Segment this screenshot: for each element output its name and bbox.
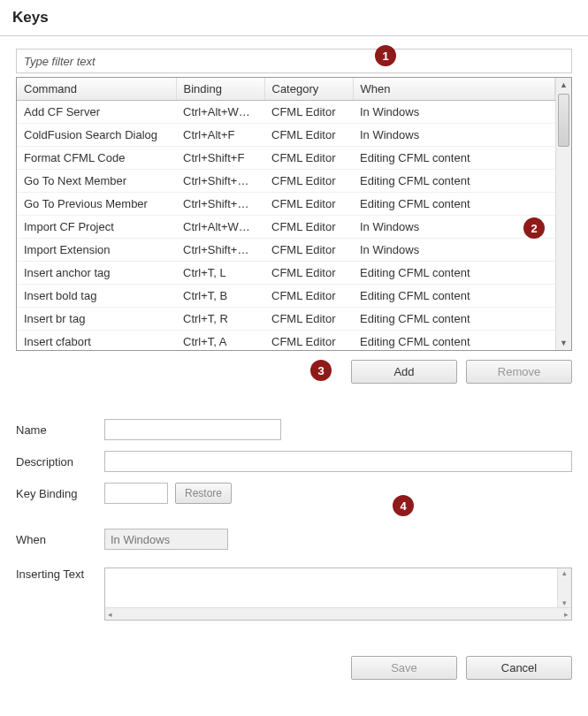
textarea-scroll-vertical[interactable]: ▴ ▾: [557, 568, 571, 607]
table-row[interactable]: ColdFusion Search DialogCtrl+Alt+FCFML E…: [17, 124, 555, 147]
col-binding[interactable]: Binding: [176, 78, 264, 101]
dialog-header: Keys: [0, 0, 588, 36]
table-row[interactable]: Format CFML CodeCtrl+Shift+FCFML EditorE…: [17, 147, 555, 170]
cell-command: Insert anchor tag: [17, 262, 176, 285]
cell-category: CFML Editor: [264, 262, 353, 285]
table-row[interactable]: Go To Previous MemberCtrl+Shift+…CFML Ed…: [17, 193, 555, 216]
keybinding-field[interactable]: [104, 483, 168, 504]
cell-when: In Windows: [353, 101, 555, 124]
restore-button[interactable]: Restore: [175, 483, 232, 504]
cell-command: Add CF Server: [17, 101, 176, 124]
table-row[interactable]: Import ExtensionCtrl+Shift+…CFML EditorI…: [17, 239, 555, 262]
cell-binding: Ctrl+T, R: [176, 308, 264, 331]
table-row[interactable]: Add CF ServerCtrl+Alt+W…CFML EditorIn Wi…: [17, 101, 555, 124]
when-label: When: [16, 533, 104, 546]
cell-binding: Ctrl+Shift+…: [176, 193, 264, 216]
callout-2: 2: [523, 217, 545, 239]
cell-command: Format CFML Code: [17, 147, 176, 170]
filter-input[interactable]: [16, 49, 572, 73]
keys-table: Command Binding Category When Add CF Ser…: [16, 77, 572, 351]
save-button[interactable]: Save: [351, 656, 457, 680]
cell-binding: Ctrl+Shift+F: [176, 147, 264, 170]
cell-binding: Ctrl+T, A: [176, 331, 264, 351]
cell-binding: Ctrl+T, L: [176, 262, 264, 285]
cell-command: ColdFusion Search Dialog: [17, 124, 176, 147]
cell-when: Editing CFML content: [353, 331, 555, 351]
callout-1: 1: [375, 45, 396, 66]
col-command[interactable]: Command: [17, 78, 176, 101]
cell-category: CFML Editor: [264, 331, 353, 351]
cell-command: Import CF Project: [17, 216, 176, 239]
cell-when: Editing CFML content: [353, 170, 555, 193]
keybinding-label: Key Binding: [16, 487, 104, 500]
cell-command: Import Extension: [17, 239, 176, 262]
scroll-right-icon[interactable]: ▸: [564, 610, 569, 619]
cell-when: In Windows: [353, 124, 555, 147]
description-label: Description: [16, 455, 104, 468]
cell-when: In Windows: [353, 239, 555, 262]
cell-category: CFML Editor: [264, 147, 353, 170]
cell-binding: Ctrl+Alt+W…: [176, 216, 264, 239]
cell-binding: Ctrl+Alt+F: [176, 124, 264, 147]
cell-when: Editing CFML content: [353, 285, 555, 308]
name-label: Name: [16, 423, 104, 437]
cell-when: Editing CFML content: [353, 262, 555, 285]
cell-command: Go To Next Member: [17, 170, 176, 193]
cell-when: Editing CFML content: [353, 308, 555, 331]
cell-command: Go To Previous Member: [17, 193, 176, 216]
table-row[interactable]: Go To Next MemberCtrl+Shift+…CFML Editor…: [17, 170, 555, 193]
cell-category: CFML Editor: [264, 193, 353, 216]
callout-3: 3: [310, 360, 332, 381]
textarea-scroll-horizontal[interactable]: ◂ ▸: [105, 607, 571, 620]
cell-category: CFML Editor: [264, 308, 353, 331]
cancel-button[interactable]: Cancel: [466, 656, 572, 680]
scroll-up-icon[interactable]: ▲: [556, 78, 571, 92]
scroll-left-icon[interactable]: ◂: [108, 610, 112, 619]
name-field[interactable]: [104, 419, 281, 440]
inserting-text-label: Inserting Text: [16, 567, 104, 581]
cell-command: Insert bold tag: [17, 285, 176, 308]
table-row[interactable]: Import CF ProjectCtrl+Alt+W…CFML EditorI…: [17, 216, 555, 239]
table-row[interactable]: Insert br tagCtrl+T, RCFML EditorEditing…: [17, 308, 555, 331]
cell-binding: Ctrl+Alt+W…: [176, 101, 264, 124]
scroll-down-icon[interactable]: ▾: [558, 598, 571, 607]
table-header-row: Command Binding Category When: [17, 78, 555, 101]
col-when[interactable]: When: [353, 78, 555, 101]
cell-category: CFML Editor: [264, 239, 353, 262]
description-field[interactable]: [104, 451, 572, 472]
cell-when: Editing CFML content: [353, 147, 555, 170]
cell-binding: Ctrl+Shift+…: [176, 239, 264, 262]
callout-4: 4: [393, 495, 414, 516]
when-field[interactable]: [104, 529, 228, 550]
page-title: Keys: [12, 9, 576, 27]
add-button[interactable]: Add: [351, 360, 457, 384]
cell-category: CFML Editor: [264, 216, 353, 239]
scroll-thumb[interactable]: [558, 94, 569, 147]
col-category[interactable]: Category: [264, 78, 353, 101]
remove-button[interactable]: Remove: [466, 360, 572, 384]
cell-category: CFML Editor: [264, 124, 353, 147]
scroll-up-icon[interactable]: ▴: [558, 568, 571, 577]
cell-command: Insert cfabort: [17, 331, 176, 351]
cell-category: CFML Editor: [264, 285, 353, 308]
scroll-down-icon[interactable]: ▼: [556, 336, 571, 350]
cell-category: CFML Editor: [264, 170, 353, 193]
cell-category: CFML Editor: [264, 101, 353, 124]
cell-when: Editing CFML content: [353, 193, 555, 216]
cell-binding: Ctrl+T, B: [176, 285, 264, 308]
table-row[interactable]: Insert cfabortCtrl+T, ACFML EditorEditin…: [17, 331, 555, 351]
cell-command: Insert br tag: [17, 308, 176, 331]
cell-binding: Ctrl+Shift+…: [176, 170, 264, 193]
table-row[interactable]: Insert bold tagCtrl+T, BCFML EditorEditi…: [17, 285, 555, 308]
scrollbar-vertical[interactable]: ▲ ▼: [555, 78, 571, 350]
inserting-text-field[interactable]: ▴ ▾ ◂ ▸: [104, 567, 572, 621]
table-row[interactable]: Insert anchor tagCtrl+T, LCFML EditorEdi…: [17, 262, 555, 285]
